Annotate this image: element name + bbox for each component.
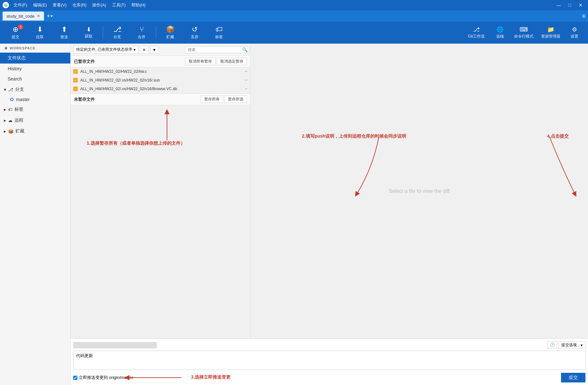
- list-view-button[interactable]: ≡: [140, 46, 149, 54]
- tags-label: 标签: [14, 107, 23, 112]
- sidebar: 🖥 WORKSPACE 文件状态 History Search ▾ ⎇ 分支 m…: [0, 44, 71, 385]
- pull-icon: ⬇: [37, 26, 43, 33]
- menu-help[interactable]: 帮助(H): [129, 2, 148, 9]
- toolbar-separator-2: [156, 26, 156, 39]
- view-options-button[interactable]: ▾: [150, 46, 159, 54]
- staged-title: 已暂存文件: [74, 59, 95, 64]
- staged-actions: 取消所有暂存 取消选定暂存: [185, 58, 247, 65]
- maximize-button[interactable]: □: [565, 2, 575, 8]
- commit-message-input[interactable]: [73, 351, 585, 370]
- chevron-right-icon-3: ▸: [4, 129, 6, 134]
- sidebar-section-tags[interactable]: ▸ 🏷 标签: [0, 104, 70, 115]
- search-input[interactable]: [185, 46, 249, 53]
- toolbar-right: ⎇ Git工作流 🌐 远端 ⌨ 命令行模式 📁 资源管理器 ⚙ 设置: [463, 23, 584, 42]
- cancel-all-staged-button[interactable]: 取消所有暂存: [185, 58, 215, 65]
- toolbar-stash-button[interactable]: 📦 贮藏: [159, 23, 182, 42]
- sidebar-section-stash[interactable]: ▸ 📦 贮藏: [0, 126, 70, 137]
- tab-close-icon[interactable]: ✕: [37, 14, 40, 18]
- menu-edit[interactable]: 编辑(E): [31, 2, 49, 9]
- stash-section-icon: 📦: [8, 129, 13, 134]
- remote-label-sidebar: 远程: [14, 117, 23, 123]
- tab-label: study_bit_code: [6, 14, 34, 19]
- annotation-text-3: 3.选择立即推送变更: [191, 374, 231, 380]
- tab-menu-icon[interactable]: ≡: [582, 13, 585, 20]
- toolbar: 3 ⊕ 提交 ⬇ 拉取 ⬆ 推送 ⬇ 获取 ⎇ 分支 ⑂ 合并 📦 贮藏 ↺ 丢…: [0, 22, 588, 44]
- annotation-arrow-1-svg: [135, 105, 199, 144]
- minimize-button[interactable]: —: [554, 2, 564, 8]
- settings-icon: ⚙: [572, 27, 577, 32]
- titlebar: G 文件(F) 编辑(E) 查看(V) 仓库(R) 操作(A) 工具(T) 帮助…: [0, 0, 588, 10]
- commit-options-button[interactable]: 提交选项... ▾: [558, 341, 585, 349]
- tabbar-left: study_bit_code ✕ + ▾: [3, 12, 53, 21]
- active-tab[interactable]: study_bit_code ✕: [3, 12, 44, 21]
- close-button[interactable]: ✕: [576, 2, 585, 8]
- toolbar-tag-button[interactable]: 🏷 标签: [207, 23, 231, 42]
- toolbar-discard-button[interactable]: ↺ 丢弃: [183, 23, 206, 42]
- annotation-arrow-3-svg: [120, 371, 185, 384]
- sidebar-section-remote[interactable]: ▸ ☁ 远程: [0, 115, 70, 126]
- staged-file-row-0[interactable]: ✓ ALL_IN_HW/HW22_02/HW22_02/hw.c −: [71, 67, 250, 76]
- toolbar-remote-button[interactable]: 🌐 远端: [490, 23, 510, 42]
- menu-tools[interactable]: 工具(T): [110, 2, 128, 9]
- menu-file[interactable]: 文件(F): [11, 2, 30, 9]
- stash-icon: 📦: [166, 26, 175, 33]
- new-tab-button[interactable]: + ▾: [47, 13, 53, 20]
- staged-section-header: 已暂存文件 取消所有暂存 取消选定暂存: [71, 56, 250, 67]
- tag-section-icon: 🏷: [8, 107, 13, 112]
- fetch-label: 获取: [85, 34, 92, 39]
- explorer-label: 资源管理器: [541, 34, 560, 39]
- stash-label: 贮藏: [166, 34, 174, 40]
- staged-file-path-0: ALL_IN_HW/HW22_02/HW22_02/hw.c: [80, 69, 242, 74]
- menu-repo[interactable]: 仓库(R): [70, 2, 89, 9]
- staged-file-row-1[interactable]: ✓ ALL_IN_HW/HW22_02/.vs/HW22_02/v16/.suo…: [71, 76, 250, 85]
- commit-button[interactable]: 提交: [561, 373, 585, 382]
- dropdown-icon: ▾: [581, 343, 583, 347]
- push-icon: ⬆: [61, 26, 67, 33]
- push-immediately-checkbox[interactable]: [73, 376, 77, 380]
- chevron-down-icon: ▾: [4, 87, 6, 92]
- toolbar-push-button[interactable]: ⬆ 推送: [53, 23, 76, 42]
- staged-file-row-2[interactable]: ✓ ALL_IN_HW/HW22_02/.vs/HW22_02/v16/Brow…: [71, 85, 250, 93]
- toolbar-commit-button[interactable]: 3 ⊕ 提交: [4, 23, 27, 42]
- cancel-selected-staged-button[interactable]: 取消选定暂存: [217, 58, 247, 65]
- sidebar-item-history[interactable]: History: [0, 64, 70, 74]
- dropdown-arrow-icon: ▾: [134, 47, 136, 52]
- explorer-icon: 📁: [547, 27, 554, 32]
- menu-bar: 文件(F) 编辑(E) 查看(V) 仓库(R) 操作(A) 工具(T) 帮助(H…: [11, 2, 148, 9]
- menu-view[interactable]: 查看(V): [50, 2, 69, 9]
- unstage-file-2-icon[interactable]: −: [245, 86, 248, 92]
- toolbar-merge-button[interactable]: ⑂ 合并: [130, 23, 153, 42]
- sidebar-item-file-status[interactable]: 文件状态: [0, 53, 70, 64]
- toolbar-pull-button[interactable]: ⬇ 拉取: [28, 23, 51, 42]
- search-bar: 🔍: [185, 46, 248, 53]
- terminal-label: 命令行模式: [514, 34, 533, 39]
- unstaged-title: 未暂存文件: [74, 97, 95, 102]
- panel-toolbar: 待定的文件, 已依照文件状态排序 ▾ ≡ ▾ 🔍: [71, 44, 250, 56]
- toolbar-settings-button[interactable]: ⚙ 设置: [565, 23, 584, 42]
- commit-label: 提交: [12, 34, 19, 40]
- commit-options: 🕐 提交选项... ▾: [548, 341, 585, 349]
- sidebar-section-branch[interactable]: ▾ ⎇ 分支: [0, 84, 70, 95]
- filter-dropdown[interactable]: 待定的文件, 已依照文件状态排序 ▾: [73, 46, 138, 54]
- stage-all-button[interactable]: 暂存所有: [201, 96, 223, 103]
- unstage-file-1-icon[interactable]: −: [245, 77, 248, 83]
- toolbar-fetch-button[interactable]: ⬇ 获取: [77, 23, 100, 42]
- toolbar-git-flow-button[interactable]: ⎇ Git工作流: [463, 23, 489, 42]
- sidebar-branch-master[interactable]: master: [0, 95, 70, 104]
- toolbar-explorer-button[interactable]: 📁 资源管理器: [538, 23, 564, 42]
- sidebar-item-search[interactable]: Search: [0, 74, 70, 84]
- file-checkbox-2[interactable]: ✓: [73, 87, 78, 91]
- menu-action[interactable]: 操作(A): [90, 2, 109, 9]
- file-checkbox-0[interactable]: ✓: [73, 69, 78, 74]
- remote-label: 远端: [496, 34, 504, 39]
- toolbar-terminal-button[interactable]: ⌨ 命令行模式: [511, 23, 537, 42]
- branch-label: 分支: [113, 34, 121, 40]
- middle-area: 待定的文件, 已依照文件状态排序 ▾ ≡ ▾ 🔍 已暂存文件: [71, 44, 588, 385]
- stage-selected-button[interactable]: 暂存所选: [224, 96, 247, 103]
- toolbar-branch-button[interactable]: ⎇ 分支: [106, 23, 129, 42]
- unstage-file-0-icon[interactable]: −: [245, 69, 248, 74]
- tabbar: study_bit_code ✕ + ▾ ≡: [0, 10, 588, 22]
- file-checkbox-1[interactable]: ✓: [73, 78, 78, 82]
- history-icon: 🕐: [548, 341, 557, 349]
- commit-icon: ⊕: [13, 26, 18, 33]
